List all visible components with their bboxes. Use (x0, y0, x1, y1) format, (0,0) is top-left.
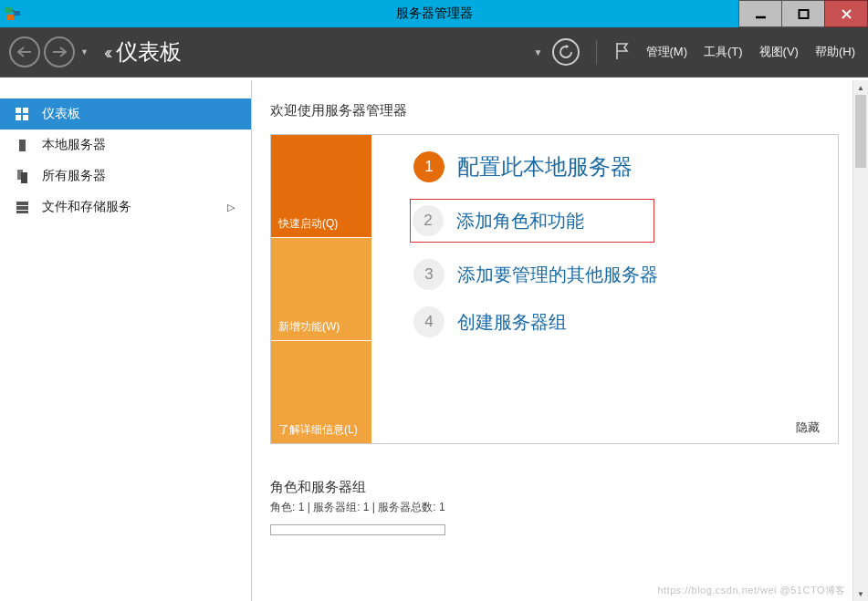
window-title: 服务器管理器 (396, 5, 473, 22)
sidebar-item-local-server[interactable]: 本地服务器 (0, 130, 251, 161)
sidebar: 仪表板 本地服务器 所有服务器 文件和存储服务 ▷ (0, 80, 252, 601)
step-3[interactable]: 3 添加要管理的其他服务器 (413, 259, 820, 290)
command-bar: ▼ ‹‹ 仪表板 ▼ 管理(M) 工具(T) 视图(V) 帮助(H) (0, 27, 868, 78)
window: 服务器管理器 ▼ ‹‹ 仪表板 ▼ 管理(M) 工具(T) 视图(V) (0, 0, 868, 601)
svg-rect-0 (5, 7, 12, 13)
refresh-button[interactable] (552, 38, 580, 66)
tile-whatsnew-label: 新增功能(W) (278, 319, 340, 335)
svg-rect-12 (19, 140, 26, 151)
separator (596, 40, 597, 64)
svg-rect-10 (16, 115, 21, 120)
nav-back-button[interactable] (9, 36, 40, 67)
step-text: 配置此本地服务器 (457, 152, 633, 181)
scrollbar-up-icon[interactable]: ▲ (853, 80, 868, 95)
sidebar-item-label: 文件和存储服务 (42, 199, 131, 215)
body: 仪表板 本地服务器 所有服务器 文件和存储服务 ▷ 欢迎使用服务器管理器 快速启… (0, 78, 868, 601)
all-servers-icon (13, 170, 31, 183)
svg-rect-8 (16, 108, 21, 113)
breadcrumb-label: 仪表板 (116, 37, 182, 67)
sidebar-item-label: 本地服务器 (42, 137, 106, 153)
svg-rect-17 (16, 211, 28, 213)
tile-learnmore[interactable]: 了解详细信息(L) (271, 340, 371, 443)
watermark: https://blog.csdn.net/wei @51CTO博客 (658, 584, 847, 597)
minimize-button[interactable] (738, 0, 781, 27)
svg-rect-11 (23, 115, 28, 120)
sidebar-item-all-servers[interactable]: 所有服务器 (0, 161, 251, 192)
welcome-title: 欢迎使用服务器管理器 (270, 102, 857, 119)
sidebar-item-label: 仪表板 (42, 106, 80, 122)
chevrons-icon: ‹‹ (104, 42, 109, 63)
hide-link[interactable]: 隐藏 (796, 420, 820, 436)
scrollbar-down-icon[interactable]: ▼ (853, 586, 868, 601)
menu-tools[interactable]: 工具(T) (704, 44, 743, 60)
menu-help[interactable]: 帮助(H) (815, 44, 855, 60)
sidebar-item-label: 所有服务器 (42, 168, 106, 184)
expand-caret-icon[interactable]: ▷ (227, 202, 235, 213)
step-number: 1 (413, 151, 444, 182)
step-text: 添加要管理的其他服务器 (457, 263, 658, 287)
sidebar-item-file-storage[interactable]: 文件和存储服务 ▷ (0, 192, 251, 223)
step-2[interactable]: 2 添加角色和功能 (410, 199, 654, 243)
nav-dropdown-icon[interactable]: ▼ (80, 47, 89, 57)
close-button[interactable] (824, 0, 868, 27)
titlebar: 服务器管理器 (0, 0, 868, 27)
breadcrumb[interactable]: ‹‹ 仪表板 (104, 37, 182, 67)
step-4[interactable]: 4 创建服务器组 (413, 306, 820, 337)
app-icon (0, 0, 26, 27)
welcome-panel: 快速启动(Q) 新增功能(W) 了解详细信息(L) 1 配置此本地服务器 2 添… (270, 134, 839, 444)
groups-card (270, 524, 445, 535)
svg-rect-15 (16, 202, 28, 205)
scrollbar-thumb[interactable] (855, 95, 866, 168)
groups-title: 角色和服务器组 (270, 479, 857, 496)
maximize-button[interactable] (781, 0, 824, 27)
step-1[interactable]: 1 配置此本地服务器 (413, 151, 820, 182)
dropdown-caret-icon[interactable]: ▼ (534, 47, 543, 57)
svg-rect-9 (23, 108, 28, 113)
svg-rect-5 (799, 10, 808, 18)
window-buttons (738, 0, 868, 27)
notifications-flag-icon[interactable] (613, 42, 630, 63)
step-number: 4 (413, 306, 444, 337)
step-number: 2 (413, 205, 444, 236)
step-text: 创建服务器组 (457, 310, 567, 335)
steps-area: 1 配置此本地服务器 2 添加角色和功能 3 添加要管理的其他服务器 4 创建服… (371, 135, 838, 443)
menu-view[interactable]: 视图(V) (759, 44, 799, 60)
scrollbar[interactable]: ▲ ▼ (852, 80, 868, 601)
groups-subtitle: 角色: 1 | 服务器组: 1 | 服务器总数: 1 (270, 500, 857, 515)
tile-quickstart[interactable]: 快速启动(Q) (271, 135, 371, 237)
step-number: 3 (413, 259, 444, 290)
sidebar-item-dashboard[interactable]: 仪表板 (0, 98, 251, 130)
command-bar-right: ▼ 管理(M) 工具(T) 视图(V) 帮助(H) (541, 38, 855, 66)
local-server-icon (13, 139, 31, 152)
nav-forward-button[interactable] (44, 36, 75, 67)
tile-column: 快速启动(Q) 新增功能(W) 了解详细信息(L) (271, 135, 371, 443)
svg-rect-1 (6, 15, 14, 20)
content-area: 欢迎使用服务器管理器 快速启动(Q) 新增功能(W) 了解详细信息(L) 1 配… (252, 80, 868, 601)
dashboard-icon (13, 108, 31, 121)
tile-whatsnew[interactable]: 新增功能(W) (271, 237, 371, 340)
step-text: 添加角色和功能 (456, 209, 584, 233)
svg-rect-16 (16, 206, 28, 210)
tile-quickstart-label: 快速启动(Q) (278, 216, 338, 232)
svg-rect-14 (21, 172, 27, 183)
file-storage-icon (13, 201, 31, 214)
menu-manage[interactable]: 管理(M) (646, 44, 688, 60)
tile-learnmore-label: 了解详细信息(L) (278, 422, 358, 438)
